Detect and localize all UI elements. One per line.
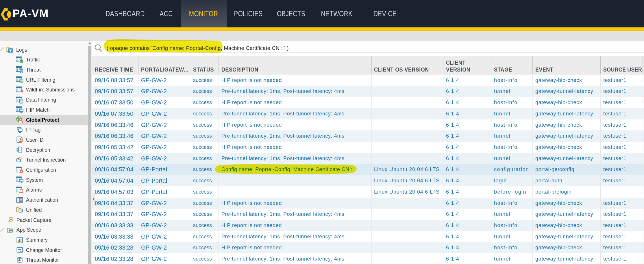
svg-text:✳: ✳ bbox=[16, 149, 18, 152]
